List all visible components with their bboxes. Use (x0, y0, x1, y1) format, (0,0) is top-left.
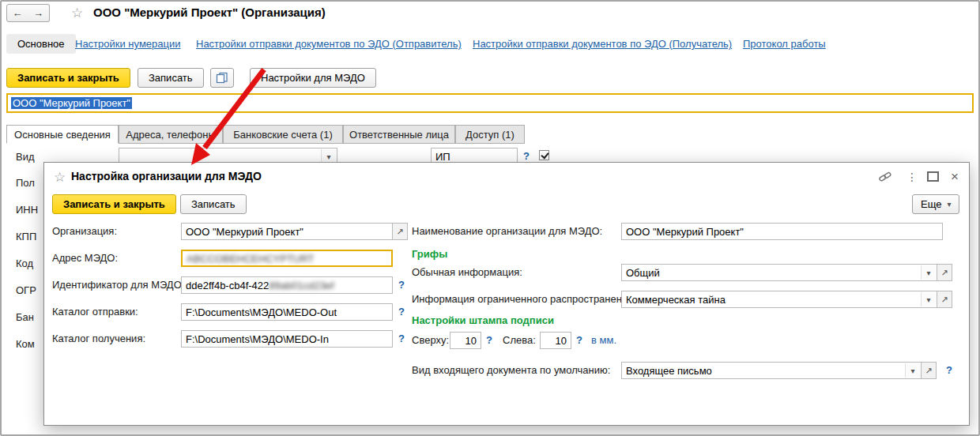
medo-name-value: ООО "Меркурий Проект" (626, 226, 744, 238)
out-dir-help-icon[interactable]: ? (398, 306, 405, 318)
medo-id-visible-value: dde2ff4b-cb4f-422 (186, 280, 269, 291)
tab-main-info[interactable]: Основные сведения (6, 125, 119, 144)
nav-link-numbering[interactable]: Настройки нумерации (75, 38, 181, 50)
default-doc-open-button[interactable]: ↗ (921, 362, 937, 379)
out-dir-value: F:\Documents\МЭДО\MEDO-Out (186, 306, 337, 318)
chevron-down-icon[interactable]: ▾ (905, 363, 920, 378)
tab-bank-accounts[interactable]: Банковские счета (1) (223, 125, 343, 144)
medo-id-redacted-value: 89ab01cd23ef (269, 280, 334, 291)
restricted-info-value: Коммерческая тайна (626, 294, 726, 306)
nav-link-edo-sender[interactable]: Настройки отправки документов по ЭДО (От… (196, 38, 462, 50)
out-dir-field[interactable]: F:\Documents\МЭДО\MEDO-Out (181, 303, 393, 321)
maximize-box (927, 171, 939, 182)
clipped-label-full-name: Пол (16, 177, 35, 189)
grifs-section-header: Грифы (412, 248, 447, 260)
in-dir-label: Каталог получения: (52, 333, 145, 344)
vid-label: Вид (16, 151, 35, 163)
stamp-left-label: Слева: (503, 334, 536, 346)
medo-settings-dialog: ☆ Настройка организации для МЭДО ⋮ × Зап… (43, 162, 970, 426)
restricted-info-combo[interactable]: Коммерческая тайна ▾ (621, 291, 937, 308)
medo-settings-button[interactable]: Настройки для МЭДО (250, 68, 376, 88)
clipped-label-comment: Ком (16, 338, 35, 350)
clipped-label-kpp: КПП (16, 231, 36, 242)
normal-info-combo[interactable]: Общий ▾ (621, 264, 937, 281)
stamp-section-header: Настройки штампа подписи (412, 314, 554, 326)
medo-address-field[interactable]: ABCCOBEHCEHCYPTURT (181, 250, 393, 267)
vid-extra-value: ИП (435, 151, 450, 163)
open-icon: ↗ (940, 295, 948, 305)
stamp-left-field[interactable]: 10 (540, 332, 571, 349)
nav-item-main[interactable]: Основное (6, 34, 76, 54)
tab-access[interactable]: Доступ (1) (455, 125, 525, 144)
page-title: ООО "Меркурий Проект" (Организация) (93, 6, 326, 19)
stamp-top-field[interactable]: 10 (450, 332, 481, 349)
forward-icon: → (33, 7, 43, 19)
dialog-favorite-star-icon[interactable]: ☆ (54, 171, 66, 184)
back-button[interactable]: ← (6, 4, 28, 22)
units-label: в мм. (591, 334, 616, 346)
org-label: Организация: (52, 225, 117, 237)
default-doc-label: Вид входящего документа по умолчанию: (412, 364, 610, 376)
dialog-title: Настройка организации для МЭДО (71, 170, 262, 182)
dialog-save-button[interactable]: Записать (180, 194, 247, 214)
save-button[interactable]: Записать (138, 68, 204, 88)
save-and-close-button[interactable]: Записать и закрыть (6, 68, 130, 88)
back-icon: ← (13, 7, 23, 19)
in-dir-field[interactable]: F:\Documents\МЭДО\MEDO-In (181, 330, 393, 348)
chevron-down-icon[interactable]: ▾ (921, 292, 936, 306)
nav-link-work-log[interactable]: Протокол работы (743, 38, 826, 50)
out-dir-label: Каталог отправки: (52, 306, 138, 318)
in-dir-value: F:\Documents\МЭДО\MEDO-In (186, 333, 329, 345)
org-value: ООО "Меркурий Проект" (186, 226, 303, 238)
more-button[interactable]: Еще ▾ (912, 194, 959, 214)
open-icon: ↗ (396, 227, 403, 237)
normal-info-open-button[interactable]: ↗ (937, 264, 952, 281)
stamp-top-label: Сверху: (412, 334, 449, 346)
medo-id-help-icon[interactable]: ? (398, 279, 405, 291)
chevron-down-icon[interactable]: ▾ (921, 265, 936, 280)
medo-address-label: Адрес МЭДО: (52, 252, 118, 264)
clipped-label-code: Код (16, 257, 33, 269)
tab-responsible[interactable]: Ответственные лица (343, 125, 455, 144)
maximize-icon[interactable] (923, 168, 942, 185)
forward-button[interactable]: → (28, 4, 50, 22)
stamp-top-help-icon[interactable]: ? (486, 334, 492, 346)
close-icon[interactable]: × (945, 168, 964, 185)
org-field[interactable]: ООО "Меркурий Проект" (181, 223, 393, 240)
medo-id-label: Идентификатор для МЭДО: (52, 279, 184, 291)
default-doc-value: Входящее письмо (626, 365, 712, 377)
selected-text: ООО "Меркурий Проект" (11, 97, 132, 109)
default-doc-combo[interactable]: Входящее письмо ▾ (621, 362, 922, 379)
stamp-left-help-icon[interactable]: ? (576, 334, 582, 346)
dialog-save-and-close-button[interactable]: Записать и закрыть (52, 194, 176, 214)
chain-icon (879, 171, 891, 182)
more-button-label: Еще (921, 198, 941, 210)
copy-document-button[interactable] (210, 68, 234, 88)
get-link-icon[interactable] (876, 168, 895, 185)
copy-document-icon (216, 72, 228, 84)
open-icon: ↗ (925, 366, 932, 376)
vid-checkbox[interactable] (539, 150, 549, 160)
medo-address-redacted-value: ABCCOBEHCEHCYPTURT (187, 253, 315, 265)
stamp-left-value: 10 (556, 335, 567, 347)
clipped-label-bank: Бан (16, 311, 34, 323)
more-menu-icon[interactable]: ⋮ (903, 168, 922, 185)
nav-link-edo-receiver[interactable]: Настройки отправки документов по ЭДО (По… (473, 38, 732, 50)
org-open-button[interactable]: ↗ (392, 223, 408, 240)
in-dir-help-icon[interactable]: ? (398, 333, 405, 344)
normal-info-value: Общий (626, 267, 660, 279)
open-icon: ↗ (940, 268, 948, 278)
medo-id-field[interactable]: dde2ff4b-cb4f-42289ab01cd23ef (181, 276, 393, 294)
medo-name-field[interactable]: ООО "Меркурий Проект" (621, 223, 943, 240)
default-doc-help-icon[interactable]: ? (946, 364, 952, 376)
org-name-input[interactable]: ООО "Меркурий Проект" (6, 93, 974, 113)
clipped-label-inn: ИНН (16, 204, 38, 216)
stamp-top-value: 10 (466, 335, 477, 347)
restricted-info-open-button[interactable]: ↗ (937, 291, 952, 308)
tab-addresses[interactable]: Адреса, телефоны (119, 125, 223, 144)
clipped-label-ogrn: ОГР (16, 284, 36, 296)
medo-name-label: Наименование организации для МЭДО: (412, 225, 602, 237)
vid-help-icon[interactable]: ? (523, 150, 530, 162)
normal-info-label: Обычная информация: (412, 266, 522, 278)
favorite-star-icon[interactable]: ☆ (71, 6, 83, 20)
